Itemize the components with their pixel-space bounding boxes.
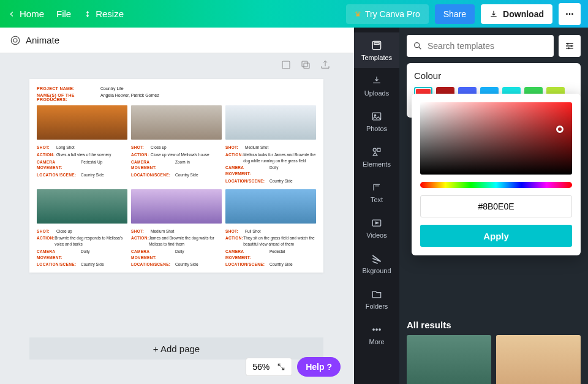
svg-point-17 [571,45,573,47]
svg-point-16 [567,43,569,45]
colour-title: Colour [414,70,573,81]
expand-icon[interactable] [277,363,285,371]
template-thumb[interactable] [496,335,581,384]
project-name-label: PROJECT NAME: [37,86,100,91]
search-field[interactable] [428,41,548,51]
project-name-value: Country Life [100,86,124,91]
svg-point-15 [415,43,420,48]
share-icon[interactable] [320,59,331,70]
storyboard-card-text: SHOT:Medium ShotACTION:James and Brownie… [131,227,222,268]
svg-rect-4 [304,63,309,69]
resize-button[interactable]: Resize [83,9,124,19]
download-button[interactable]: Download [481,4,552,24]
saturation-area[interactable] [420,102,572,175]
rail-text[interactable]: Text [354,175,399,210]
share-button[interactable]: Share [435,4,475,24]
animate-icon [10,35,21,46]
try-pro-button[interactable]: ♛Try Canva Pro [346,4,429,24]
picker-cursor[interactable] [556,126,564,133]
producers-label: NAME(S) OF THE PRODUCERS: [37,93,100,102]
svg-point-13 [376,329,378,331]
rail-more[interactable]: More [354,317,399,352]
download-icon [489,10,498,18]
rail-photos[interactable]: Photos [354,104,399,139]
filter-button[interactable] [559,35,581,57]
rail-uploads[interactable]: Uploads [354,68,399,104]
search-templates-input[interactable] [407,35,554,57]
svg-point-12 [373,329,375,331]
apply-button[interactable]: Apply [420,225,572,247]
top-toolbar: Home File Resize ♛Try Canva Pro Share Do… [0,0,588,28]
canvas-area: Animate PROJECT NAME:Country Life NAME(S… [0,28,354,384]
svg-rect-6 [374,43,379,45]
rail-elements[interactable]: Elements [354,139,399,175]
hue-slider[interactable] [420,182,572,188]
add-page-button[interactable]: + Add page [29,337,323,360]
help-button[interactable]: Help ? [297,357,341,377]
rail-videos[interactable]: Videos [354,210,399,246]
svg-point-18 [568,47,570,49]
more-button[interactable]: ··· [559,3,581,25]
storyboard-card-text: SHOT:Close upACTION:Close up view of Mel… [131,143,222,184]
svg-rect-10 [377,148,380,151]
svg-point-9 [373,148,376,151]
svg-rect-3 [302,61,307,67]
rail-bkground[interactable]: Bkground [354,246,399,281]
svg-point-1 [13,39,17,42]
search-icon [413,41,423,51]
storyboard-card-text: SHOT:Full ShotACTION:They sit on the gra… [225,227,316,268]
template-thumb[interactable] [407,335,491,384]
rail-folders[interactable]: Folders [354,281,399,317]
all-results-heading: All results [407,320,581,330]
storyboard-card-text: SHOT:Long ShotACTION:Gives a full view o… [37,143,127,184]
color-picker-popup: Apply [412,94,581,255]
hex-input[interactable] [420,195,572,217]
side-rail: TemplatesUploadsPhotosElementsTextVideos… [354,28,399,384]
svg-point-8 [374,115,376,116]
producers-value: Angela Hoover, Patrick Gomez [100,93,159,102]
storyboard-card-text: SHOT:Close upACTION:Brownie the dog resp… [37,227,127,268]
home-button[interactable]: Home [7,9,44,19]
sliders-icon [564,40,575,51]
rail-templates[interactable]: Templates [354,32,399,68]
duplicate-icon[interactable] [300,59,311,70]
file-menu[interactable]: File [56,9,71,19]
animate-label: Animate [26,35,59,45]
note-icon[interactable] [281,59,292,70]
right-panel: Colour Apply All results [399,28,588,384]
svg-point-0 [11,36,20,45]
svg-point-14 [379,329,381,331]
animate-bar[interactable]: Animate [0,28,354,53]
storyboard-document[interactable]: PROJECT NAME:Country Life NAME(S) OF THE… [29,79,323,273]
zoom-control[interactable]: 56% [246,358,292,376]
zoom-value: 56% [252,362,270,372]
crown-icon: ♛ [355,10,361,18]
storyboard-card-text: SHOT:Medium ShotACTION:Melissa looks for… [225,143,316,184]
